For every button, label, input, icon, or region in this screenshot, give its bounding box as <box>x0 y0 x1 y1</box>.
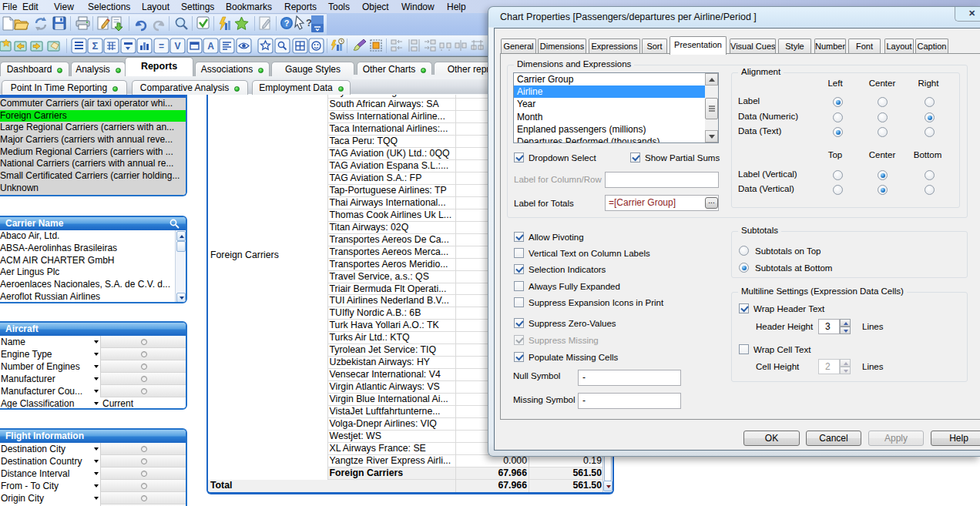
svg-text:V: V <box>174 41 180 52</box>
svg-text:=: = <box>159 41 164 52</box>
svg-text:?: ? <box>284 18 290 28</box>
svg-text:Σ: Σ <box>92 40 99 52</box>
svg-text:?: ? <box>306 17 312 28</box>
svg-text:A: A <box>207 41 214 52</box>
